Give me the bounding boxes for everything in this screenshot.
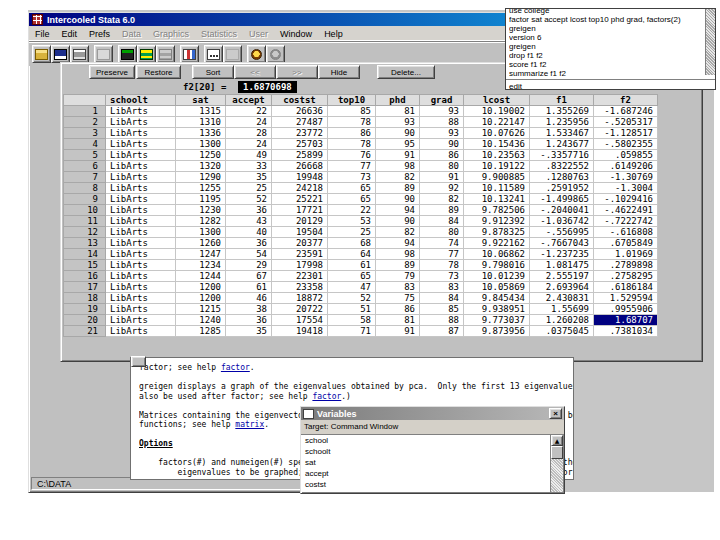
print-button[interactable] — [70, 45, 89, 63]
column-header-f2[interactable]: f2 — [594, 95, 658, 106]
column-header-f1[interactable]: f1 — [530, 95, 594, 106]
cell[interactable]: 33 — [226, 161, 272, 172]
cell[interactable]: 81 — [376, 106, 420, 117]
help-scrollbar-button[interactable] — [131, 356, 146, 367]
cell[interactable]: 94 — [376, 205, 420, 216]
cell[interactable]: 43 — [226, 216, 272, 227]
cell[interactable]: 1230 — [176, 205, 226, 216]
cell[interactable]: 1.529594 — [594, 293, 658, 304]
cell[interactable]: 87 — [420, 326, 464, 337]
cell[interactable]: 17554 — [272, 315, 328, 326]
cell[interactable]: 20129 — [272, 216, 328, 227]
cell[interactable]: 22 — [226, 106, 272, 117]
cell[interactable]: .0375045 — [530, 326, 594, 337]
cell[interactable]: 9.798016 — [464, 260, 530, 271]
cell[interactable]: 1200 — [176, 282, 226, 293]
cell[interactable]: -.3357716 — [530, 150, 594, 161]
cell[interactable]: -.7667043 — [530, 238, 594, 249]
cell[interactable]: 1.01969 — [594, 249, 658, 260]
cell[interactable]: 84 — [420, 216, 464, 227]
cell[interactable]: 1285 — [176, 326, 226, 337]
row-header[interactable]: 17 — [64, 282, 106, 293]
cell[interactable]: -1.30769 — [594, 172, 658, 183]
menu-help[interactable]: Help — [318, 27, 349, 40]
menu-file[interactable]: File — [29, 27, 56, 40]
row-header[interactable]: 10 — [64, 205, 106, 216]
cell-value-box[interactable]: 1.6870698 — [238, 81, 297, 93]
bring-graph-to-front-button[interactable] — [180, 45, 199, 63]
cell[interactable]: 36 — [226, 315, 272, 326]
cell[interactable]: -.5802355 — [594, 139, 658, 150]
cell[interactable]: .1280763 — [530, 172, 594, 183]
cell[interactable]: 1.355269 — [530, 106, 594, 117]
cell[interactable]: 1195 — [176, 194, 226, 205]
cell[interactable]: 1240 — [176, 315, 226, 326]
cell[interactable]: 20722 — [272, 304, 328, 315]
cell[interactable]: 1310 — [176, 117, 226, 128]
cell[interactable]: 78 — [420, 260, 464, 271]
command-history-line[interactable]: score f1 f2 — [509, 60, 704, 69]
cell[interactable]: 82 — [376, 227, 420, 238]
row-header[interactable]: 13 — [64, 238, 106, 249]
cell[interactable]: 51 — [328, 304, 376, 315]
row-header[interactable]: 5 — [64, 150, 106, 161]
cell[interactable]: 86 — [328, 128, 376, 139]
cell[interactable]: 19948 — [272, 172, 328, 183]
cell[interactable]: 10.06862 — [464, 249, 530, 260]
cell[interactable]: 26668 — [272, 161, 328, 172]
variable-item-costst[interactable]: costst — [305, 479, 551, 490]
cell[interactable]: 86 — [376, 304, 420, 315]
cell[interactable]: 26636 — [272, 106, 328, 117]
cell[interactable]: 84 — [420, 293, 464, 304]
cell[interactable]: 1315 — [176, 106, 226, 117]
cell[interactable]: 65 — [328, 194, 376, 205]
cell[interactable]: 38 — [226, 304, 272, 315]
row-header[interactable]: 7 — [64, 172, 106, 183]
cell[interactable]: LibArts — [106, 282, 176, 293]
cell[interactable]: -1.687246 — [594, 106, 658, 117]
cell[interactable]: 19504 — [272, 227, 328, 238]
cell[interactable]: 98 — [376, 249, 420, 260]
cell[interactable]: 28 — [226, 128, 272, 139]
cell[interactable]: 1247 — [176, 249, 226, 260]
cell[interactable]: 93 — [376, 117, 420, 128]
column-header-accept[interactable]: accept — [226, 95, 272, 106]
cell[interactable]: -.7222742 — [594, 216, 658, 227]
row-header[interactable]: 18 — [64, 293, 106, 304]
row-header[interactable]: 15 — [64, 260, 106, 271]
clear-more-button[interactable] — [247, 45, 266, 63]
cell[interactable]: 1.243677 — [530, 139, 594, 150]
cell[interactable]: 89 — [376, 260, 420, 271]
data-editor-button[interactable] — [137, 45, 156, 63]
cell[interactable]: 90 — [376, 194, 420, 205]
cell[interactable]: 40 — [226, 227, 272, 238]
cell[interactable]: 2.555197 — [530, 271, 594, 282]
command-history-line[interactable]: greigen — [509, 42, 704, 51]
cell[interactable]: 19418 — [272, 326, 328, 337]
cell[interactable]: 47 — [328, 282, 376, 293]
cell[interactable]: LibArts — [106, 161, 176, 172]
column-header-grad[interactable]: grad — [420, 95, 464, 106]
cell[interactable]: 75 — [376, 293, 420, 304]
cell[interactable]: LibArts — [106, 260, 176, 271]
cell[interactable]: -1.237235 — [530, 249, 594, 260]
editor-button-preserve[interactable]: Preserve — [89, 65, 135, 79]
cell[interactable]: 36 — [226, 205, 272, 216]
cell[interactable]: LibArts — [106, 326, 176, 337]
cell[interactable]: 35 — [226, 172, 272, 183]
do-file-editor-button[interactable] — [204, 45, 223, 63]
row-header[interactable]: 8 — [64, 183, 106, 194]
command-history-line[interactable]: factor sat accept lcost top10 phd grad, … — [509, 15, 704, 24]
cell[interactable]: 91 — [376, 326, 420, 337]
open-log-button[interactable] — [94, 45, 113, 63]
column-header-lcost[interactable]: lcost — [464, 95, 530, 106]
cell[interactable]: 95 — [376, 139, 420, 150]
cell[interactable]: 10.15436 — [464, 139, 530, 150]
run-dialog-button[interactable] — [223, 45, 242, 63]
cell[interactable]: 82 — [376, 172, 420, 183]
cell[interactable]: LibArts — [106, 150, 176, 161]
cell[interactable]: LibArts — [106, 106, 176, 117]
cell[interactable]: 80 — [420, 161, 464, 172]
cell[interactable]: -.556995 — [530, 227, 594, 238]
cell[interactable]: LibArts — [106, 172, 176, 183]
